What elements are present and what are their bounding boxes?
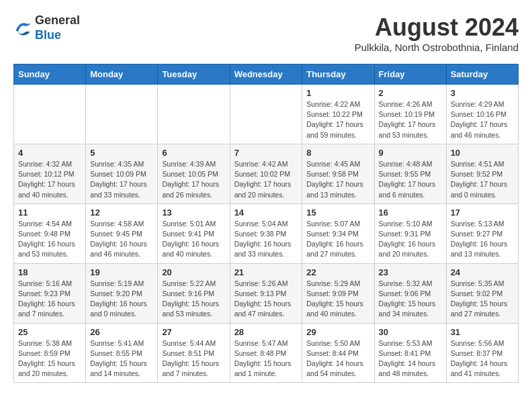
calendar-cell: 7Sunrise: 4:42 AM Sunset: 10:02 PM Dayli… — [230, 144, 302, 203]
day-info: Sunrise: 5:35 AM Sunset: 9:02 PM Dayligh… — [451, 279, 514, 320]
day-number: 13 — [162, 208, 225, 218]
calendar-cell — [230, 85, 302, 144]
day-of-week-header: Monday — [86, 64, 158, 85]
calendar-cell: 22Sunrise: 5:29 AM Sunset: 9:09 PM Dayli… — [302, 263, 374, 323]
calendar-cell — [86, 85, 158, 144]
day-info: Sunrise: 4:42 AM Sunset: 10:02 PM Daylig… — [234, 159, 298, 200]
calendar-cell: 27Sunrise: 5:44 AM Sunset: 8:51 PM Dayli… — [158, 323, 230, 383]
calendar-week-row: 25Sunrise: 5:38 AM Sunset: 8:59 PM Dayli… — [14, 323, 519, 383]
calendar-table: SundayMondayTuesdayWednesdayThursdayFrid… — [13, 64, 519, 383]
day-number: 9 — [379, 148, 442, 158]
calendar-cell: 24Sunrise: 5:35 AM Sunset: 9:02 PM Dayli… — [446, 263, 518, 323]
day-info: Sunrise: 5:53 AM Sunset: 8:41 PM Dayligh… — [379, 338, 442, 379]
day-of-week-header: Wednesday — [230, 64, 302, 85]
day-info: Sunrise: 5:01 AM Sunset: 9:41 PM Dayligh… — [162, 219, 225, 260]
day-of-week-header: Tuesday — [158, 64, 230, 85]
day-number: 12 — [90, 208, 153, 218]
calendar-cell: 3Sunrise: 4:29 AM Sunset: 10:16 PM Dayli… — [446, 85, 518, 144]
day-number: 17 — [451, 208, 514, 218]
day-info: Sunrise: 5:19 AM Sunset: 9:20 PM Dayligh… — [90, 279, 153, 320]
day-number: 15 — [306, 208, 369, 218]
calendar-cell: 26Sunrise: 5:41 AM Sunset: 8:55 PM Dayli… — [86, 323, 158, 383]
day-number: 26 — [90, 327, 153, 337]
calendar-week-row: 18Sunrise: 5:16 AM Sunset: 9:23 PM Dayli… — [14, 263, 519, 323]
day-info: Sunrise: 5:56 AM Sunset: 8:37 PM Dayligh… — [451, 338, 514, 379]
day-info: Sunrise: 5:32 AM Sunset: 9:06 PM Dayligh… — [379, 279, 442, 320]
calendar-cell: 17Sunrise: 5:13 AM Sunset: 9:27 PM Dayli… — [446, 203, 518, 263]
calendar-header-row: SundayMondayTuesdayWednesdayThursdayFrid… — [14, 64, 519, 85]
day-info: Sunrise: 4:35 AM Sunset: 10:09 PM Daylig… — [90, 159, 153, 200]
day-number: 24 — [451, 267, 514, 277]
calendar-cell — [14, 85, 86, 144]
day-info: Sunrise: 4:58 AM Sunset: 9:45 PM Dayligh… — [90, 219, 153, 260]
logo: General Blue — [13, 13, 80, 42]
day-info: Sunrise: 4:39 AM Sunset: 10:05 PM Daylig… — [162, 159, 225, 200]
logo-icon — [13, 19, 32, 38]
calendar-cell: 23Sunrise: 5:32 AM Sunset: 9:06 PM Dayli… — [374, 263, 446, 323]
calendar-cell: 1Sunrise: 4:22 AM Sunset: 10:22 PM Dayli… — [302, 85, 374, 144]
day-of-week-header: Sunday — [14, 64, 86, 85]
day-number: 19 — [90, 267, 153, 277]
day-number: 25 — [18, 327, 81, 337]
calendar-cell: 21Sunrise: 5:26 AM Sunset: 9:13 PM Dayli… — [230, 263, 302, 323]
day-number: 31 — [451, 327, 514, 337]
day-number: 5 — [90, 148, 153, 158]
day-number: 23 — [379, 267, 442, 277]
calendar-cell: 30Sunrise: 5:53 AM Sunset: 8:41 PM Dayli… — [374, 323, 446, 383]
calendar-cell: 10Sunrise: 4:51 AM Sunset: 9:52 PM Dayli… — [446, 144, 518, 203]
day-number: 22 — [306, 267, 369, 277]
calendar-cell: 16Sunrise: 5:10 AM Sunset: 9:31 PM Dayli… — [374, 203, 446, 263]
day-of-week-header: Thursday — [302, 64, 374, 85]
calendar-cell: 29Sunrise: 5:50 AM Sunset: 8:44 PM Dayli… — [302, 323, 374, 383]
calendar-cell: 2Sunrise: 4:26 AM Sunset: 10:19 PM Dayli… — [374, 85, 446, 144]
day-info: Sunrise: 4:26 AM Sunset: 10:19 PM Daylig… — [379, 99, 442, 140]
calendar-cell: 15Sunrise: 5:07 AM Sunset: 9:34 PM Dayli… — [302, 203, 374, 263]
calendar-week-row: 11Sunrise: 4:54 AM Sunset: 9:48 PM Dayli… — [14, 203, 519, 263]
calendar-cell: 4Sunrise: 4:32 AM Sunset: 10:12 PM Dayli… — [14, 144, 86, 203]
day-info: Sunrise: 4:51 AM Sunset: 9:52 PM Dayligh… — [451, 159, 514, 200]
calendar-cell: 18Sunrise: 5:16 AM Sunset: 9:23 PM Dayli… — [14, 263, 86, 323]
day-of-week-header: Friday — [374, 64, 446, 85]
calendar-cell: 28Sunrise: 5:47 AM Sunset: 8:48 PM Dayli… — [230, 323, 302, 383]
calendar-cell: 14Sunrise: 5:04 AM Sunset: 9:38 PM Dayli… — [230, 203, 302, 263]
day-info: Sunrise: 5:22 AM Sunset: 9:16 PM Dayligh… — [162, 279, 225, 320]
day-number: 10 — [451, 148, 514, 158]
day-number: 3 — [451, 88, 514, 98]
calendar-cell: 6Sunrise: 4:39 AM Sunset: 10:05 PM Dayli… — [158, 144, 230, 203]
logo-text: General Blue — [35, 13, 80, 42]
calendar-cell: 31Sunrise: 5:56 AM Sunset: 8:37 PM Dayli… — [446, 323, 518, 383]
calendar-cell: 5Sunrise: 4:35 AM Sunset: 10:09 PM Dayli… — [86, 144, 158, 203]
day-info: Sunrise: 4:45 AM Sunset: 9:58 PM Dayligh… — [306, 159, 369, 200]
day-info: Sunrise: 4:48 AM Sunset: 9:55 PM Dayligh… — [379, 159, 442, 200]
day-info: Sunrise: 5:47 AM Sunset: 8:48 PM Dayligh… — [234, 338, 298, 379]
calendar-cell — [158, 85, 230, 144]
calendar-cell: 13Sunrise: 5:01 AM Sunset: 9:41 PM Dayli… — [158, 203, 230, 263]
day-info: Sunrise: 5:13 AM Sunset: 9:27 PM Dayligh… — [451, 219, 514, 260]
day-number: 27 — [162, 327, 225, 337]
day-number: 2 — [379, 88, 442, 98]
calendar-week-row: 4Sunrise: 4:32 AM Sunset: 10:12 PM Dayli… — [14, 144, 519, 203]
day-info: Sunrise: 5:04 AM Sunset: 9:38 PM Dayligh… — [234, 219, 298, 260]
location-subtitle: Pulkkila, North Ostrobothnia, Finland — [355, 42, 519, 53]
day-info: Sunrise: 4:22 AM Sunset: 10:22 PM Daylig… — [306, 99, 369, 140]
day-number: 16 — [379, 208, 442, 218]
calendar-cell: 8Sunrise: 4:45 AM Sunset: 9:58 PM Daylig… — [302, 144, 374, 203]
day-info: Sunrise: 5:44 AM Sunset: 8:51 PM Dayligh… — [162, 338, 225, 379]
day-info: Sunrise: 5:10 AM Sunset: 9:31 PM Dayligh… — [379, 219, 442, 260]
calendar-cell: 20Sunrise: 5:22 AM Sunset: 9:16 PM Dayli… — [158, 263, 230, 323]
day-info: Sunrise: 4:29 AM Sunset: 10:16 PM Daylig… — [451, 99, 514, 140]
day-info: Sunrise: 5:29 AM Sunset: 9:09 PM Dayligh… — [306, 279, 369, 320]
day-number: 11 — [18, 208, 81, 218]
day-of-week-header: Saturday — [446, 64, 518, 85]
day-info: Sunrise: 5:41 AM Sunset: 8:55 PM Dayligh… — [90, 338, 153, 379]
day-info: Sunrise: 5:38 AM Sunset: 8:59 PM Dayligh… — [18, 338, 81, 379]
day-info: Sunrise: 5:07 AM Sunset: 9:34 PM Dayligh… — [306, 219, 369, 260]
day-number: 30 — [379, 327, 442, 337]
day-number: 4 — [18, 148, 81, 158]
day-number: 8 — [306, 148, 369, 158]
day-number: 14 — [234, 208, 298, 218]
month-title: August 2024 — [355, 13, 519, 42]
day-number: 20 — [162, 267, 225, 277]
calendar-cell: 11Sunrise: 4:54 AM Sunset: 9:48 PM Dayli… — [14, 203, 86, 263]
day-info: Sunrise: 5:26 AM Sunset: 9:13 PM Dayligh… — [234, 279, 298, 320]
